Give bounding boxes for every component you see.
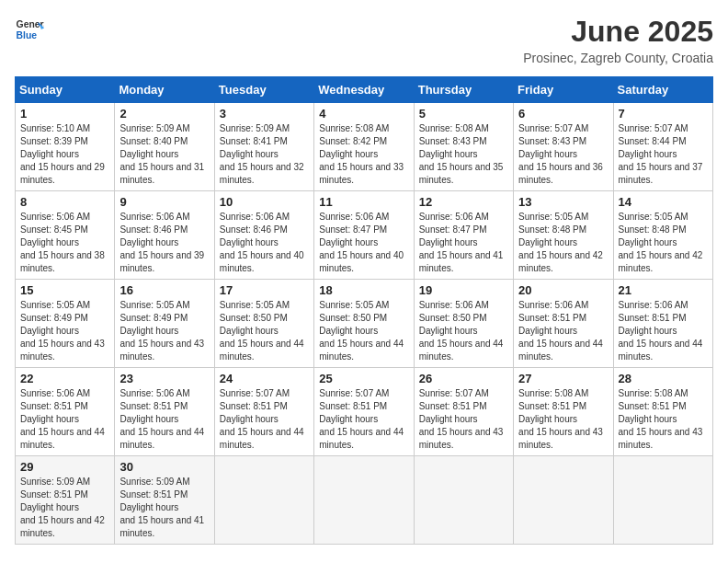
calendar-cell: 2 Sunrise: 5:09 AMSunset: 8:40 PMDayligh… bbox=[115, 103, 214, 191]
day-info: Sunrise: 5:06 AMSunset: 8:51 PMDaylight … bbox=[619, 300, 703, 362]
day-info: Sunrise: 5:09 AMSunset: 8:41 PMDaylight … bbox=[220, 123, 304, 185]
logo-icon: General Blue bbox=[15, 15, 44, 44]
day-number: 25 bbox=[319, 372, 408, 385]
calendar-cell: 21 Sunrise: 5:06 AMSunset: 8:51 PMDaylig… bbox=[613, 280, 712, 368]
calendar-week-row: 22 Sunrise: 5:06 AMSunset: 8:51 PMDaylig… bbox=[16, 368, 713, 456]
calendar-cell: 27 Sunrise: 5:08 AMSunset: 8:51 PMDaylig… bbox=[514, 368, 613, 456]
day-number: 4 bbox=[319, 107, 408, 121]
calendar-cell bbox=[214, 456, 313, 545]
day-info: Sunrise: 5:08 AMSunset: 8:42 PMDaylight … bbox=[319, 123, 404, 185]
day-info: Sunrise: 5:09 AMSunset: 8:40 PMDaylight … bbox=[119, 123, 204, 185]
day-number: 18 bbox=[319, 283, 408, 297]
day-info: Sunrise: 5:10 AMSunset: 8:39 PMDaylight … bbox=[20, 123, 105, 185]
day-number: 12 bbox=[419, 195, 508, 209]
header-monday: Monday bbox=[115, 77, 214, 103]
calendar-week-row: 15 Sunrise: 5:05 AMSunset: 8:49 PMDaylig… bbox=[16, 280, 713, 368]
calendar-cell: 17 Sunrise: 5:05 AMSunset: 8:50 PMDaylig… bbox=[214, 280, 313, 368]
logo: General Blue bbox=[15, 15, 44, 44]
day-info: Sunrise: 5:06 AMSunset: 8:47 PMDaylight … bbox=[319, 212, 404, 273]
calendar-cell: 7 Sunrise: 5:07 AMSunset: 8:44 PMDayligh… bbox=[613, 103, 712, 191]
calendar-cell: 14 Sunrise: 5:05 AMSunset: 8:48 PMDaylig… bbox=[613, 191, 712, 280]
calendar-cell: 22 Sunrise: 5:06 AMSunset: 8:51 PMDaylig… bbox=[16, 368, 115, 456]
calendar-cell: 8 Sunrise: 5:06 AMSunset: 8:45 PMDayligh… bbox=[16, 191, 115, 280]
svg-text:Blue: Blue bbox=[17, 30, 38, 40]
calendar-cell: 15 Sunrise: 5:05 AMSunset: 8:49 PMDaylig… bbox=[16, 280, 115, 368]
calendar-cell bbox=[314, 456, 414, 545]
day-number: 3 bbox=[220, 107, 309, 121]
calendar-cell: 19 Sunrise: 5:06 AMSunset: 8:50 PMDaylig… bbox=[414, 280, 513, 368]
day-number: 10 bbox=[220, 195, 309, 209]
calendar-table: Sunday Monday Tuesday Wednesday Thursday… bbox=[15, 76, 713, 545]
calendar-cell bbox=[414, 456, 513, 545]
page-header: General Blue June 2025 Prosinec, Zagreb … bbox=[15, 15, 713, 65]
day-info: Sunrise: 5:05 AMSunset: 8:49 PMDaylight … bbox=[20, 300, 105, 362]
calendar-subtitle: Prosinec, Zagreb County, Croatia bbox=[523, 51, 713, 65]
day-info: Sunrise: 5:08 AMSunset: 8:51 PMDaylight … bbox=[619, 388, 703, 450]
title-area: June 2025 Prosinec, Zagreb County, Croat… bbox=[523, 15, 713, 65]
calendar-cell: 29 Sunrise: 5:09 AMSunset: 8:51 PMDaylig… bbox=[16, 456, 115, 545]
day-number: 30 bbox=[119, 460, 209, 474]
day-info: Sunrise: 5:08 AMSunset: 8:43 PMDaylight … bbox=[419, 123, 504, 185]
day-info: Sunrise: 5:07 AMSunset: 8:51 PMDaylight … bbox=[319, 388, 404, 450]
calendar-cell: 13 Sunrise: 5:05 AMSunset: 8:48 PMDaylig… bbox=[514, 191, 613, 280]
day-number: 8 bbox=[20, 195, 109, 209]
day-number: 28 bbox=[619, 372, 708, 385]
day-number: 15 bbox=[20, 283, 109, 297]
day-info: Sunrise: 5:05 AMSunset: 8:49 PMDaylight … bbox=[119, 300, 204, 362]
day-number: 11 bbox=[319, 195, 408, 209]
header-tuesday: Tuesday bbox=[214, 77, 313, 103]
day-number: 26 bbox=[419, 372, 508, 385]
calendar-cell: 24 Sunrise: 5:07 AMSunset: 8:51 PMDaylig… bbox=[214, 368, 313, 456]
day-number: 17 bbox=[220, 283, 309, 297]
day-number: 2 bbox=[119, 107, 209, 121]
day-info: Sunrise: 5:07 AMSunset: 8:51 PMDaylight … bbox=[220, 388, 304, 450]
calendar-cell: 11 Sunrise: 5:06 AMSunset: 8:47 PMDaylig… bbox=[314, 191, 414, 280]
calendar-cell: 23 Sunrise: 5:06 AMSunset: 8:51 PMDaylig… bbox=[115, 368, 214, 456]
calendar-cell: 30 Sunrise: 5:09 AMSunset: 8:51 PMDaylig… bbox=[115, 456, 214, 545]
day-info: Sunrise: 5:07 AMSunset: 8:44 PMDaylight … bbox=[619, 123, 703, 185]
calendar-cell: 16 Sunrise: 5:05 AMSunset: 8:49 PMDaylig… bbox=[115, 280, 214, 368]
calendar-cell: 20 Sunrise: 5:06 AMSunset: 8:51 PMDaylig… bbox=[514, 280, 613, 368]
day-number: 9 bbox=[119, 195, 209, 209]
day-number: 14 bbox=[619, 195, 708, 209]
calendar-cell: 4 Sunrise: 5:08 AMSunset: 8:42 PMDayligh… bbox=[314, 103, 414, 191]
header-saturday: Saturday bbox=[613, 77, 712, 103]
calendar-week-row: 29 Sunrise: 5:09 AMSunset: 8:51 PMDaylig… bbox=[16, 456, 713, 545]
calendar-cell bbox=[514, 456, 613, 545]
day-info: Sunrise: 5:05 AMSunset: 8:50 PMDaylight … bbox=[220, 300, 304, 362]
calendar-cell: 12 Sunrise: 5:06 AMSunset: 8:47 PMDaylig… bbox=[414, 191, 513, 280]
day-info: Sunrise: 5:05 AMSunset: 8:50 PMDaylight … bbox=[319, 300, 404, 362]
day-number: 22 bbox=[20, 372, 109, 385]
calendar-title: June 2025 bbox=[523, 15, 713, 49]
day-info: Sunrise: 5:05 AMSunset: 8:48 PMDaylight … bbox=[518, 212, 603, 273]
calendar-cell: 9 Sunrise: 5:06 AMSunset: 8:46 PMDayligh… bbox=[115, 191, 214, 280]
calendar-cell: 28 Sunrise: 5:08 AMSunset: 8:51 PMDaylig… bbox=[613, 368, 712, 456]
day-info: Sunrise: 5:06 AMSunset: 8:50 PMDaylight … bbox=[419, 300, 504, 362]
day-info: Sunrise: 5:08 AMSunset: 8:51 PMDaylight … bbox=[518, 388, 603, 450]
calendar-cell: 1 Sunrise: 5:10 AMSunset: 8:39 PMDayligh… bbox=[16, 103, 115, 191]
day-number: 5 bbox=[419, 107, 508, 121]
calendar-cell: 5 Sunrise: 5:08 AMSunset: 8:43 PMDayligh… bbox=[414, 103, 513, 191]
calendar-cell: 25 Sunrise: 5:07 AMSunset: 8:51 PMDaylig… bbox=[314, 368, 414, 456]
calendar-cell: 10 Sunrise: 5:06 AMSunset: 8:46 PMDaylig… bbox=[214, 191, 313, 280]
day-info: Sunrise: 5:07 AMSunset: 8:51 PMDaylight … bbox=[419, 388, 504, 450]
calendar-cell: 26 Sunrise: 5:07 AMSunset: 8:51 PMDaylig… bbox=[414, 368, 513, 456]
day-number: 6 bbox=[518, 107, 608, 121]
day-info: Sunrise: 5:06 AMSunset: 8:51 PMDaylight … bbox=[518, 300, 603, 362]
calendar-cell: 18 Sunrise: 5:05 AMSunset: 8:50 PMDaylig… bbox=[314, 280, 414, 368]
day-number: 13 bbox=[518, 195, 608, 209]
day-info: Sunrise: 5:07 AMSunset: 8:43 PMDaylight … bbox=[518, 123, 603, 185]
day-number: 1 bbox=[20, 107, 109, 121]
day-number: 16 bbox=[119, 283, 209, 297]
calendar-week-row: 1 Sunrise: 5:10 AMSunset: 8:39 PMDayligh… bbox=[16, 103, 713, 191]
day-info: Sunrise: 5:06 AMSunset: 8:47 PMDaylight … bbox=[419, 212, 504, 273]
day-number: 19 bbox=[419, 283, 508, 297]
header-friday: Friday bbox=[514, 77, 613, 103]
weekday-header-row: Sunday Monday Tuesday Wednesday Thursday… bbox=[16, 77, 713, 103]
day-info: Sunrise: 5:09 AMSunset: 8:51 PMDaylight … bbox=[119, 477, 204, 538]
day-number: 29 bbox=[20, 460, 109, 474]
day-info: Sunrise: 5:06 AMSunset: 8:46 PMDaylight … bbox=[220, 212, 304, 273]
day-number: 21 bbox=[619, 283, 708, 297]
day-info: Sunrise: 5:06 AMSunset: 8:51 PMDaylight … bbox=[119, 388, 204, 450]
day-info: Sunrise: 5:09 AMSunset: 8:51 PMDaylight … bbox=[20, 477, 105, 538]
